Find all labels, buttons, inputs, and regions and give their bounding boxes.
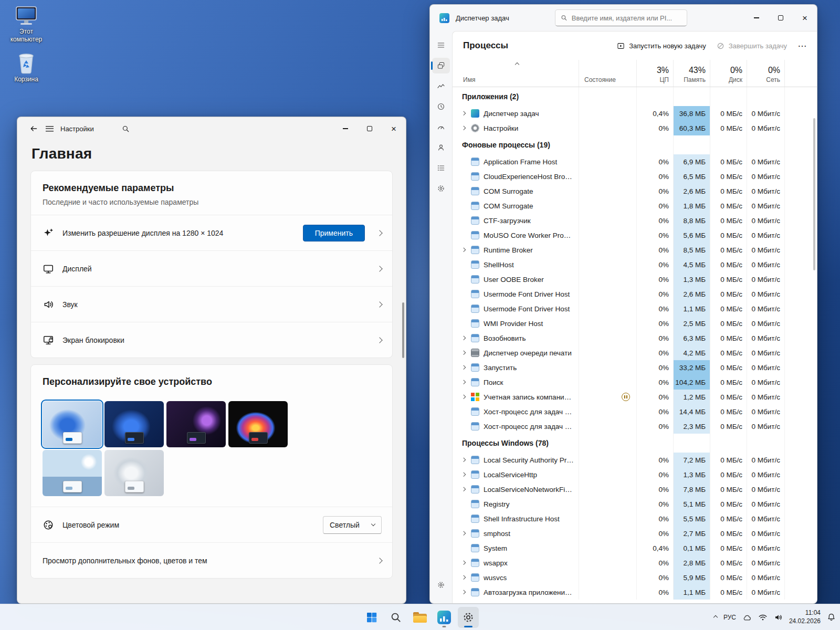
nav-services[interactable] xyxy=(432,181,450,196)
minimize-button[interactable] xyxy=(333,117,358,140)
process-row[interactable]: wsappx 0% 2,8 МБ 0 МБ/с 0 Мбит/с xyxy=(453,555,817,570)
language-indicator[interactable]: РУС xyxy=(723,614,736,621)
process-row[interactable]: Настройки 0% 60,3 МБ 0 МБ/с 0 Мбит/с xyxy=(453,121,817,135)
back-button[interactable] xyxy=(26,121,41,136)
expand-chevron-icon[interactable] xyxy=(462,561,471,564)
resolution-suggestion-row[interactable]: Изменить разрешение дисплея на 1280 × 10… xyxy=(31,215,392,250)
end-task-button[interactable]: Завершить задачу xyxy=(717,42,787,50)
column-status[interactable]: Состояние xyxy=(579,60,636,87)
expand-chevron-icon[interactable] xyxy=(462,127,471,130)
notification-bell-button[interactable] xyxy=(827,613,836,622)
expand-chevron-icon[interactable] xyxy=(462,366,471,369)
process-row[interactable]: LocalServiceHttp 0% 1,3 МБ 0 МБ/с 0 Мбит… xyxy=(453,467,817,482)
process-row[interactable]: Runtime Broker 0% 8,5 МБ 0 МБ/с 0 Мбит/с xyxy=(453,243,817,257)
process-row[interactable]: System 0,4% 0,1 МБ 0 МБ/с 0 Мбит/с xyxy=(453,541,817,555)
expand-chevron-icon[interactable] xyxy=(462,112,471,115)
minimize-button[interactable] xyxy=(744,5,769,31)
nav-menu-button[interactable] xyxy=(432,37,450,53)
search-input[interactable] xyxy=(572,14,681,22)
process-row[interactable]: COM Surrogate 0% 2,6 МБ 0 МБ/с 0 Мбит/с xyxy=(453,184,817,198)
nav-details[interactable] xyxy=(432,160,450,176)
desktop-icon-this-pc[interactable]: Этот компьютер xyxy=(3,5,49,44)
close-button[interactable]: × xyxy=(382,117,406,140)
process-row[interactable]: Хост-процесс для задач Win... 0% 2,3 МБ … xyxy=(453,419,817,434)
cloud-icon[interactable] xyxy=(742,614,752,621)
process-row[interactable]: User OOBE Broker 0% 1,3 МБ 0 МБ/с 0 Мбит… xyxy=(453,272,817,287)
task-manager-scrollbar[interactable] xyxy=(813,118,815,270)
column-disk[interactable]: 0% Диск xyxy=(710,60,747,87)
expand-chevron-icon[interactable] xyxy=(462,576,471,579)
process-row[interactable]: Запустить 0% 33,2 МБ 0 МБ/с 0 Мбит/с xyxy=(453,360,817,375)
maximize-button[interactable] xyxy=(358,117,382,140)
process-row[interactable]: Shell Infrastructure Host 0% 5,5 МБ 0 МБ… xyxy=(453,511,817,526)
process-section-row[interactable]: Фоновые процессы (19) xyxy=(453,135,817,154)
column-memory[interactable]: 43% Память xyxy=(673,60,710,87)
nav-app-history[interactable] xyxy=(432,99,450,114)
process-row[interactable]: CTF-загрузчик 0% 8,8 МБ 0 МБ/с 0 Мбит/с xyxy=(453,213,817,228)
process-row[interactable]: WMI Provider Host 0% 2,5 МБ 0 МБ/с 0 Мби… xyxy=(453,316,817,331)
process-row[interactable]: Application Frame Host 0% 6,9 МБ 0 МБ/с … xyxy=(453,154,817,169)
process-row[interactable]: Local Security Authority Proce... 0% 7,2… xyxy=(453,453,817,467)
nav-users[interactable] xyxy=(432,140,450,155)
browse-themes-row[interactable]: Просмотр дополнительных фонов, цветов и … xyxy=(31,542,392,578)
expand-chevron-icon[interactable] xyxy=(462,473,471,476)
theme-thumbnail-blue-light[interactable] xyxy=(43,401,102,447)
process-row[interactable]: wusvcs 0% 5,9 МБ 0 МБ/с 0 Мбит/с xyxy=(453,570,817,585)
theme-thumbnail-landscape-light[interactable] xyxy=(43,450,102,496)
process-row[interactable]: COM Surrogate 0% 1,8 МБ 0 МБ/с 0 Мбит/с xyxy=(453,198,817,213)
process-row[interactable]: Хост-процесс для задач Win... 0% 14,4 МБ… xyxy=(453,404,817,419)
settings-search-button[interactable] xyxy=(118,121,134,136)
theme-thumbnail-blue-dark[interactable] xyxy=(104,401,164,447)
nav-processes[interactable] xyxy=(432,58,450,74)
theme-thumbnail-gray-light[interactable] xyxy=(104,450,164,496)
expand-chevron-icon[interactable] xyxy=(462,395,471,398)
column-name[interactable]: Имя xyxy=(453,60,579,87)
desktop-icon-recycle-bin[interactable]: Корзина xyxy=(3,51,49,83)
process-row[interactable]: smphost 0% 2,7 МБ 0 МБ/с 0 Мбит/с xyxy=(453,526,817,541)
display-settings-row[interactable]: Дисплей xyxy=(31,250,392,286)
expand-chevron-icon[interactable] xyxy=(462,458,471,461)
more-options-button[interactable]: … xyxy=(797,44,807,48)
process-row[interactable]: ShellHost 0% 4,5 МБ 0 МБ/с 0 Мбит/с xyxy=(453,257,817,272)
color-mode-dropdown[interactable]: Светлый xyxy=(323,516,382,534)
expand-chevron-icon[interactable] xyxy=(462,381,471,384)
process-row[interactable]: CloudExperienceHost Broker 0% 6,5 МБ 0 М… xyxy=(453,169,817,184)
file-explorer-button[interactable] xyxy=(410,607,430,628)
process-row[interactable]: MoUSO Core Worker Process 0% 5,6 МБ 0 МБ… xyxy=(453,228,817,243)
lock-screen-settings-row[interactable]: Экран блокировки xyxy=(31,322,392,358)
theme-thumbnail-purple-dark[interactable] xyxy=(166,401,226,447)
process-row[interactable]: Диспетчер очереди печати 0% 4,2 МБ 0 МБ/… xyxy=(453,345,817,360)
sound-settings-row[interactable]: Звук xyxy=(31,286,392,322)
clock[interactable]: 11:04 24.02.2026 xyxy=(789,609,821,625)
column-network[interactable]: 0% Сеть xyxy=(747,60,784,87)
hidden-icons-button[interactable] xyxy=(714,616,717,619)
settings-scrollbar[interactable] xyxy=(402,302,404,358)
run-new-task-button[interactable]: Запустить новую задачу xyxy=(617,42,706,50)
column-cpu[interactable]: 3% ЦП xyxy=(636,60,673,87)
color-mode-row[interactable]: Цветовой режим Светлый xyxy=(31,507,392,542)
expand-chevron-icon[interactable] xyxy=(462,337,471,340)
process-row[interactable]: LocalServiceNoNetworkFirewa... 0% 7,8 МБ… xyxy=(453,482,817,497)
process-row[interactable]: Usermode Font Driver Host 0% 1,1 МБ 0 МБ… xyxy=(453,301,817,316)
expand-chevron-icon[interactable] xyxy=(462,591,471,594)
task-manager-settings-button[interactable] xyxy=(432,577,450,593)
start-button[interactable] xyxy=(361,607,382,628)
theme-thumbnail-ribbon-dark[interactable] xyxy=(228,401,288,447)
process-row[interactable]: Поиск 0% 104,2 МБ 0 МБ/с 0 Мбит/с xyxy=(453,375,817,390)
taskbar-settings-button[interactable] xyxy=(458,607,479,628)
volume-icon[interactable] xyxy=(774,613,783,622)
expand-chevron-icon[interactable] xyxy=(462,488,471,491)
expand-chevron-icon[interactable] xyxy=(462,532,471,535)
close-button[interactable]: × xyxy=(793,5,817,31)
apply-button[interactable]: Применить xyxy=(303,225,365,242)
process-row[interactable]: Диспетчер задач 0,4% 36,8 МБ 0 МБ/с 0 Мб… xyxy=(453,106,817,121)
taskbar-task-manager-button[interactable] xyxy=(434,607,455,628)
nav-menu-button[interactable] xyxy=(41,121,57,136)
nav-performance[interactable] xyxy=(432,78,450,94)
expand-chevron-icon[interactable] xyxy=(462,248,471,251)
process-row[interactable]: Автозагрузка приложений W... 0% 1,1 МБ 0… xyxy=(453,585,817,600)
process-row[interactable]: Возобновить 0% 6,3 МБ 0 МБ/с 0 Мбит/с xyxy=(453,331,817,345)
process-row[interactable]: Usermode Font Driver Host 0% 2,6 МБ 0 МБ… xyxy=(453,287,817,301)
task-manager-search-box[interactable] xyxy=(555,9,687,26)
process-row[interactable]: Registry 0% 5,1 МБ 0 МБ/с 0 Мбит/с xyxy=(453,497,817,511)
